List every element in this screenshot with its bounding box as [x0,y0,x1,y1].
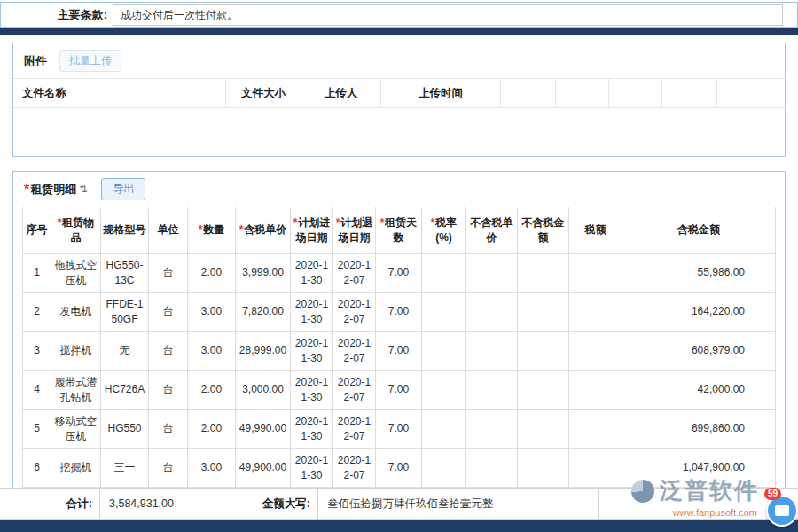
rental-cell: 拖拽式空压机 [51,254,101,293]
rental-cell [518,410,569,449]
total-label: 合计: [0,489,99,519]
rental-cell: 28,999.00 [236,332,291,371]
watermark-url: www.fanpusoft.com [631,507,759,518]
rental-title: 租赁明细 [30,182,76,198]
rental-table: 序号*租赁物品规格型号单位*数量*含税单价*计划进场日期*计划退场日期*租赁天数… [22,207,776,488]
rental-cell: 台 [149,254,188,293]
rental-cell [422,254,466,293]
rental-cell: 5 [23,410,51,449]
rental-cell [466,332,518,371]
rental-cell [518,293,569,332]
rental-cell [569,371,622,410]
attachments-column-header: 上传人 [301,79,381,107]
rental-column-header: 不含税单价 [466,207,518,254]
rental-row[interactable]: 3搅拌机无台3.0028,999.002020-11-302020-12-077… [23,332,776,371]
rental-row[interactable]: 1拖拽式空压机HG550-13C台2.003,999.002020-11-302… [23,254,776,293]
rental-cell: 2.00 [188,254,236,293]
rental-cell [518,332,569,371]
rental-cell: 2020-12-07 [333,371,376,410]
rental-section-head: * 租赁明细 ⇅ 导出 [13,172,785,207]
rental-section: * 租赁明细 ⇅ 导出 序号*租赁物品规格型号单位*数量*含税单价*计划进场日期… [12,171,786,505]
amount-words-value: 叁佰伍拾捌万肆仟玖佰叁拾壹元整 [317,489,599,519]
rental-cell: 7.00 [376,449,422,488]
batch-upload-button[interactable]: 批量上传 [59,50,121,72]
rental-cell: 1 [23,254,51,293]
chat-bubble-icon [775,505,789,516]
rental-column-header: 含税金额 [622,207,776,254]
rental-cell: 挖掘机 [51,449,101,488]
rental-cell: 2020-11-30 [291,254,333,293]
rental-cell [466,449,518,488]
sort-arrows-icon[interactable]: ⇅ [79,184,87,195]
required-mark: * [431,216,435,229]
attachments-empty-column [717,79,785,107]
rental-row[interactable]: 5移动式空压机HG550台2.0049,990.002020-11-302020… [23,410,776,449]
attachments-section: 附件 批量上传 文件名称文件大小上传人上传时间 [12,43,786,157]
required-mark: * [24,182,29,198]
rental-body: 1拖拽式空压机HG550-13C台2.003,999.002020-11-302… [23,254,776,488]
rental-cell: 履带式潜孔钻机 [51,371,101,410]
rental-cell [569,254,622,293]
rental-cell: FFDE-150GF [101,293,149,332]
rental-cell [466,410,518,449]
rental-cell: 2020-11-30 [291,449,333,488]
rental-cell [518,254,569,293]
rental-cell: 7.00 [376,332,422,371]
rental-cell: 7.00 [376,371,422,410]
attachments-column-header: 文件名称 [13,79,226,107]
rental-cell: HC726A [101,371,149,410]
rental-cell [569,449,622,488]
rental-cell: 49,990.00 [236,410,291,449]
rental-cell: 台 [149,293,188,332]
rental-column-header: *税率(%) [422,207,466,254]
export-button[interactable]: 导出 [101,178,145,200]
chat-widget-button[interactable]: 59 [766,495,798,527]
rental-cell: 3 [23,332,51,371]
rental-cell [466,254,518,293]
rental-column-header: *租赁天数 [376,207,422,254]
required-mark: * [199,223,203,236]
rental-cell [518,449,569,488]
rental-cell: 2020-12-07 [333,293,376,332]
rental-cell: 台 [149,449,188,488]
rental-cell [518,371,569,410]
rental-cell: 2020-11-30 [291,371,333,410]
rental-column-header: 税额 [569,207,622,254]
rental-cell: 7.00 [376,410,422,449]
rental-cell [422,293,466,332]
main-terms-value[interactable]: 成功交付后一次性付款。 [113,4,783,26]
attachments-empty-body [13,108,785,156]
attachments-empty-column [662,79,717,107]
rental-cell: 7.00 [376,254,422,293]
attachments-empty-column [501,79,556,107]
rental-header-row: 序号*租赁物品规格型号单位*数量*含税单价*计划进场日期*计划退场日期*租赁天数… [23,207,776,254]
rental-cell: 6 [23,449,51,488]
attachments-column-header: 文件大小 [226,79,301,107]
rental-cell: 2020-11-30 [291,332,333,371]
attachments-title: 附件 [24,53,47,69]
rental-row[interactable]: 2发电机FFDE-150GF台3.007,820.002020-11-30202… [23,293,776,332]
amount-words-label: 金额大写: [239,489,317,519]
attachments-empty-column [556,79,609,107]
rental-cell [569,293,622,332]
rental-cell [422,449,466,488]
rental-cell: 55,986.00 [622,254,776,293]
rental-cell: 3,000.00 [236,371,291,410]
rental-cell: 42,000.00 [622,371,776,410]
rental-cell: HG550 [101,410,149,449]
rental-cell: 2.00 [188,371,236,410]
rental-column-header: 单位 [149,207,188,254]
watermark-brand: 泛普软件 [660,475,759,506]
rental-table-wrap: 序号*租赁物品规格型号单位*数量*含税单价*计划进场日期*计划退场日期*租赁天数… [13,207,785,497]
total-value: 3,584,931.00 [99,489,239,519]
rental-cell: 7.00 [376,293,422,332]
divider-band [0,28,798,35]
rental-cell [466,371,518,410]
rental-row[interactable]: 4履带式潜孔钻机HC726A台2.003,000.002020-11-30202… [23,371,776,410]
rental-cell: 发电机 [51,293,101,332]
rental-cell: 2.00 [188,410,236,449]
rental-cell: HG550-13C [101,254,149,293]
rental-cell: 49,900.00 [236,449,291,488]
rental-column-header: *数量 [188,207,236,254]
rental-cell: 无 [101,332,149,371]
